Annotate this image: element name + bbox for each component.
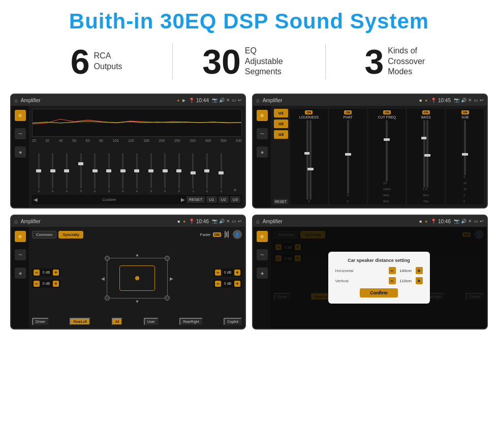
eq-reset-btn[interactable]: RESET [186, 196, 205, 203]
sidebar-dialog-eq-icon[interactable]: ⚙ [257, 231, 268, 242]
sidebar-fader-wave-icon[interactable]: 〜 [15, 249, 26, 260]
sidebar-crossover: ⚙ 〜 ◈ [253, 106, 271, 207]
eq-area: 253240506380100125160200250320400500630 … [29, 106, 245, 207]
eq-u2-btn[interactable]: U2 [219, 196, 229, 203]
topbar-time-eq: 📍 10:44 [189, 98, 209, 103]
btn-driver[interactable]: Driver [32, 318, 49, 325]
sub-label: SUB [461, 115, 469, 119]
db-value-4: 0 dB [222, 282, 233, 285]
param-cutfreq: ON CUT FREQ 3.0100Hz80Hz60Hz [368, 109, 406, 204]
dialog-box: Car speaker distance setting Horizontal … [328, 252, 430, 304]
sub-on-badge: ON [461, 110, 469, 114]
preset-u3-btn[interactable]: U3 [274, 130, 288, 139]
preset-u1-btn[interactable]: U1 [274, 109, 288, 117]
screen-content-crossover: ⚙ 〜 ◈ U1 U2 U3 RESET ON LOUDNESS [253, 106, 487, 207]
bottom-labels-row: Driver RearLeft All User RearRight Copil… [32, 318, 242, 325]
sidebar-eq-icon[interactable]: ⚙ [15, 110, 26, 121]
fader-on-badge: ON [213, 232, 222, 237]
sidebar-fader-speaker-icon[interactable]: ◈ [15, 267, 26, 279]
db-value-1: 0 dB [41, 271, 52, 274]
fader-main: − 0 dB + − 0 dB + [32, 241, 242, 315]
eq-slider-14: -1 [214, 153, 228, 193]
sidebar-crossover-eq-icon[interactable]: ⚙ [257, 110, 268, 121]
sidebar-fader: ⚙ 〜 ◈ [11, 227, 29, 328]
btn-user[interactable]: User [144, 318, 159, 325]
db-plus-3[interactable]: + [234, 270, 240, 276]
loudness-slider[interactable] [306, 120, 308, 200]
param-bass: ON BASS F G90Hz70Hz [407, 109, 445, 204]
screen-fader: ⌂ Amplifier ■ ● 📍 10:46 📷🔊✕▭↩ ⚙ 〜 ◈ Comm… [10, 215, 246, 330]
sidebar-fader-eq-icon[interactable]: ⚙ [15, 231, 26, 242]
eq-slider-15[interactable]: » [228, 187, 242, 193]
eq-u1-btn[interactable]: U1 [206, 196, 216, 203]
cutfreq-labels: 3.0100Hz80Hz60Hz [383, 182, 390, 203]
car-center-dot [135, 276, 139, 280]
dialog-horizontal-row: Horizontal − 140cm + [335, 267, 423, 274]
sidebar-crossover-speaker-icon[interactable]: ◈ [257, 146, 268, 158]
page-title: Buith-in 30EQ DSP Sound System [10, 9, 488, 34]
stat-crossover-text: Kinds ofCrossover Modes [388, 46, 439, 77]
cutfreq-on-badge: ON [383, 110, 391, 114]
car-inner [119, 265, 155, 291]
eq-prev-icon[interactable]: ◀ [34, 197, 38, 202]
btn-rearleft[interactable]: RearLeft [70, 318, 90, 325]
dialog-horizontal-plus[interactable]: + [416, 267, 423, 274]
tab-specialty-btn[interactable]: Specialty [58, 231, 83, 238]
btn-all[interactable]: All [112, 318, 123, 325]
db-minus-4[interactable]: − [215, 281, 221, 287]
cutfreq-slider[interactable] [386, 120, 388, 182]
profile-icon-fader[interactable]: 👤 [233, 230, 242, 239]
home-icon-3[interactable]: ⌂ [14, 218, 18, 224]
home-icon[interactable]: ⌂ [14, 97, 18, 103]
db-plus-4[interactable]: + [234, 281, 240, 287]
topbar-dialog: ⌂ Amplifier ■ ● 📍 10:46 📷🔊✕▭↩ [253, 216, 487, 227]
fader-area: Common Specialty Fader ON 👤 [29, 227, 245, 328]
btn-rearright[interactable]: RearRight [179, 318, 203, 325]
phat-labels: GF [347, 194, 349, 203]
sidebar-dialog-speaker-icon[interactable]: ◈ [257, 267, 268, 279]
phat-slider[interactable] [347, 120, 349, 194]
topbar-crossover: ⌂ Amplifier ■ ● 📍 10:45 📷🔊✕▭↩ [253, 95, 487, 106]
crossover-reset-btn[interactable]: RESET [273, 199, 288, 204]
speaker-rr [165, 295, 170, 301]
dialog-vertical-minus[interactable]: − [389, 277, 396, 284]
dialog-horizontal-minus[interactable]: − [389, 267, 396, 274]
tab-common-btn[interactable]: Common [32, 231, 56, 238]
db-plus-2[interactable]: + [53, 281, 59, 287]
db-minus-3[interactable]: − [215, 270, 221, 276]
screen-content-eq: ⚙ 〜 ◈ 2532405063801001251602002503204005… [11, 106, 245, 207]
db-plus-1[interactable]: + [53, 270, 59, 276]
eq-u3-btn[interactable]: U3 [230, 196, 240, 203]
sidebar-wave-icon[interactable]: 〜 [15, 128, 26, 139]
eq-slider-3: 0 [60, 153, 74, 193]
eq-sliders-row: 0 0 0 5 0 [32, 144, 242, 193]
sidebar-speaker-icon[interactable]: ◈ [15, 146, 26, 158]
topbar-sq-icon: ■ [420, 98, 422, 103]
dialog-vertical-row: Vertical − 110cm + [335, 277, 423, 284]
sub-slider[interactable] [464, 120, 466, 175]
eq-preset-label: Custom [39, 197, 179, 202]
screenshots-grid: ⌂ Amplifier ● ▶ 📍 10:44 📷🔊✕▭↩ ⚙ 〜 ◈ [0, 88, 498, 340]
db-minus-1[interactable]: − [34, 270, 40, 276]
sidebar-crossover-wave-icon[interactable]: 〜 [257, 128, 268, 139]
home-icon-4[interactable]: ⌂ [256, 218, 260, 224]
eq-slider-11: 0 [172, 153, 186, 193]
dialog-confirm-btn[interactable]: Confirm [360, 288, 398, 297]
bass-slider-g[interactable] [426, 120, 428, 188]
db-minus-2[interactable]: − [34, 281, 40, 287]
eq-slider-13: 0 [200, 153, 214, 193]
speaker-rl [105, 295, 110, 301]
home-icon-2[interactable]: ⌂ [256, 97, 260, 103]
sub-labels: G201050 [463, 175, 466, 203]
loudness-slider-2[interactable] [309, 120, 312, 200]
dialog-vertical-plus[interactable]: + [416, 277, 423, 284]
stats-row: 6 RCAOutputs 30 EQ AdjustableSegments 3 … [0, 39, 498, 88]
sidebar-dialog-wave-icon[interactable]: 〜 [257, 249, 268, 260]
preset-u2-btn[interactable]: U2 [274, 120, 288, 128]
eq-next-icon[interactable]: ▶ [181, 197, 185, 202]
btn-copilot[interactable]: Copilot [224, 318, 242, 325]
dialog-horizontal-value: 140cm [397, 268, 415, 273]
crossover-params: ON LOUDNESS 0 [290, 109, 484, 204]
screen-content-dialog: ⚙ 〜 ◈ Common Specialty ON 👤 [253, 227, 487, 328]
right-db-controls: − 0 dB + − 0 dB + [213, 268, 242, 288]
